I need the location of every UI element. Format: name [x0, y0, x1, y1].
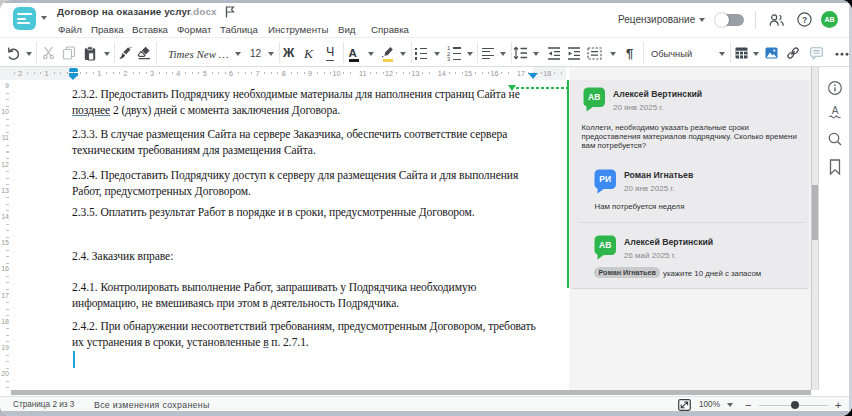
- svg-text:АВ: АВ: [599, 240, 611, 250]
- svg-text:АВ: АВ: [588, 92, 600, 102]
- svg-text:РИ: РИ: [599, 174, 611, 184]
- svg-text:?: ?: [802, 15, 807, 25]
- svg-text:А: А: [831, 105, 838, 116]
